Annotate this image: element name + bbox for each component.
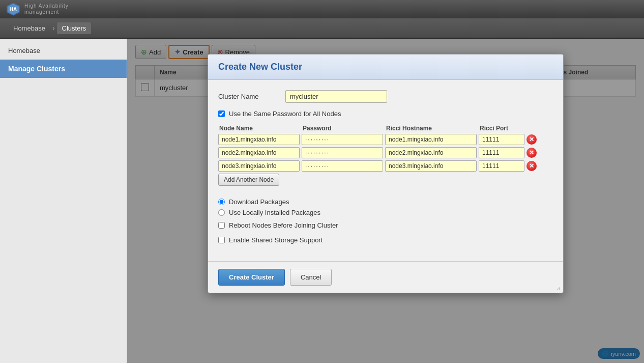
node3-password-input[interactable]: [302, 160, 383, 172]
shared-storage-row: Enable Shared Storage Support: [218, 236, 553, 244]
local-packages-radio[interactable]: [218, 209, 225, 216]
node2-password-input[interactable]: [302, 147, 383, 158]
breadcrumb-separator: ›: [52, 24, 55, 32]
app-title: High Availability management: [24, 3, 69, 15]
node3-name-input[interactable]: [218, 160, 300, 172]
modal-overlay: Create New Cluster Cluster Name Use the …: [127, 39, 644, 363]
resize-handle[interactable]: ⊿: [556, 286, 562, 292]
node2-name-input[interactable]: [218, 147, 300, 158]
svg-text:HA: HA: [10, 7, 17, 12]
modal-header: Create New Cluster: [208, 54, 563, 80]
local-packages-label[interactable]: Use Locally Installed Packages: [229, 209, 320, 216]
node-col-hostname: Ricci Hostname: [386, 125, 478, 132]
reboot-nodes-row: Reboot Nodes Before Joining Cluster: [218, 221, 553, 229]
node3-hostname-input[interactable]: [385, 160, 477, 172]
modal-footer: Create Cluster Cancel: [208, 261, 563, 293]
cancel-button[interactable]: Cancel: [290, 269, 332, 286]
reboot-nodes-checkbox[interactable]: [218, 222, 225, 229]
node-table-header: Node Name Password Ricci Hostname Ricci …: [218, 125, 553, 132]
node3-port-input[interactable]: [479, 160, 524, 172]
node-row-3: ✕: [218, 160, 553, 172]
app-logo: HA High Availability management: [6, 2, 69, 16]
create-cluster-button[interactable]: Create Cluster: [218, 269, 285, 286]
node-col-password: Password: [303, 125, 384, 132]
node-row-1: ✕: [218, 134, 553, 145]
sidebar-homebase[interactable]: Homebase: [0, 43, 127, 59]
download-packages-radio[interactable]: [218, 199, 225, 205]
breadcrumb-homebase[interactable]: Homebase: [8, 22, 50, 34]
same-password-checkbox[interactable]: [218, 110, 225, 117]
node1-password-input[interactable]: [302, 134, 383, 145]
node1-remove-button[interactable]: ✕: [526, 134, 537, 145]
node-col-action: [528, 125, 543, 132]
node-col-port: Ricci Port: [480, 125, 525, 132]
modal-body: Cluster Name Use the Same Password for A…: [208, 80, 563, 261]
app-header: HA High Availability management: [0, 0, 644, 18]
download-packages-label[interactable]: Download Packages: [229, 198, 289, 206]
breadcrumb: Homebase › Clusters: [0, 18, 644, 39]
sidebar-item-manage-clusters[interactable]: Manage Clusters: [0, 60, 127, 78]
breadcrumb-clusters[interactable]: Clusters: [57, 22, 92, 34]
node1-hostname-input[interactable]: [385, 134, 477, 145]
modal-title: Create New Cluster: [218, 62, 553, 72]
shared-storage-label[interactable]: Enable Shared Storage Support: [229, 236, 323, 244]
add-another-node-button[interactable]: Add Another Node: [218, 174, 279, 186]
main-content: ⊕ Add ✦ Create ⊗ Remove: [127, 39, 644, 363]
same-password-label[interactable]: Use the Same Password for All Nodes: [229, 110, 341, 118]
sidebar: Homebase Manage Clusters: [0, 39, 127, 363]
cluster-name-row: Cluster Name: [218, 90, 553, 103]
node2-remove-button[interactable]: ✕: [526, 148, 537, 158]
local-packages-row: Use Locally Installed Packages: [218, 209, 553, 216]
node3-remove-button[interactable]: ✕: [526, 161, 537, 171]
node1-port-input[interactable]: [479, 134, 524, 145]
reboot-nodes-label[interactable]: Reboot Nodes Before Joining Cluster: [229, 221, 338, 229]
download-packages-row: Download Packages: [218, 198, 553, 206]
cluster-name-label: Cluster Name: [218, 93, 279, 100]
same-password-row: Use the Same Password for All Nodes: [218, 110, 553, 118]
node-col-name: Node Name: [219, 125, 301, 132]
ha-logo-icon: HA: [6, 2, 20, 16]
node2-hostname-input[interactable]: [385, 147, 477, 158]
node2-port-input[interactable]: [479, 147, 524, 158]
shared-storage-checkbox[interactable]: [218, 237, 225, 243]
node-row-2: ✕: [218, 147, 553, 158]
node1-name-input[interactable]: [218, 134, 300, 145]
create-cluster-modal: Create New Cluster Cluster Name Use the …: [208, 54, 564, 293]
cluster-name-input[interactable]: [285, 90, 387, 103]
